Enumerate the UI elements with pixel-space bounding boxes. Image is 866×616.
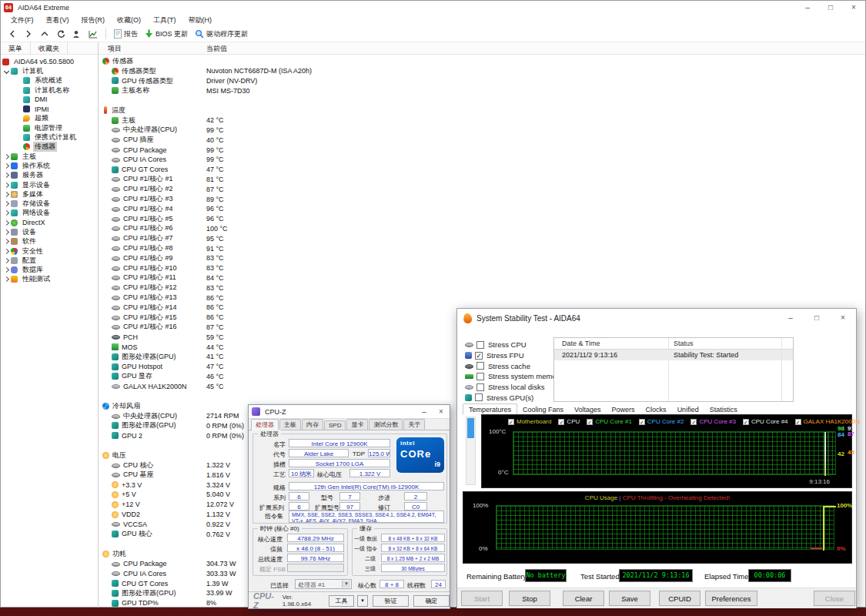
- report-button[interactable]: 报告: [112, 28, 140, 41]
- stress-checkbox[interactable]: [475, 352, 483, 360]
- tree-item[interactable]: 显示设备: [1, 180, 98, 189]
- menu-item[interactable]: 查看(V): [41, 15, 75, 26]
- maximize-icon[interactable]: □: [819, 1, 842, 15]
- close-icon[interactable]: ×: [433, 405, 450, 419]
- legend-item[interactable]: CPU Core #2: [639, 418, 684, 425]
- tree-expander-icon[interactable]: [2, 200, 11, 208]
- tree-item[interactable]: IPMI: [1, 104, 98, 113]
- sensor-row[interactable]: 传感器: [99, 56, 865, 66]
- tree-item[interactable]: 设备: [1, 227, 98, 236]
- stress-option[interactable]: Stress FPU: [465, 350, 563, 361]
- sst-button[interactable]: Start: [461, 591, 503, 606]
- sensor-row[interactable]: CPU #1/核心 #10 83 °C: [99, 263, 865, 273]
- up-button[interactable]: [38, 28, 52, 41]
- legend-item[interactable]: GALAX HA1K2000N: [795, 418, 860, 425]
- stress-checkbox[interactable]: [476, 373, 484, 380]
- sensor-row[interactable]: CPU #1/核心 #13 86 °C: [99, 293, 865, 303]
- tree-expander-icon[interactable]: [2, 219, 11, 226]
- menu-item[interactable]: 工具(T): [148, 15, 182, 26]
- stress-option[interactable]: Stress system memory: [465, 371, 563, 382]
- tree-item[interactable]: 计算机名称: [1, 85, 98, 95]
- sensor-row[interactable]: CPU #1/核心 #1 81 °C: [99, 175, 865, 185]
- sst-button[interactable]: Clear: [563, 591, 604, 606]
- sensor-row[interactable]: 中央处理器(CPU) 99 °C: [99, 126, 865, 136]
- sensor-row[interactable]: CPU #1/核心 #12 83 °C: [99, 283, 865, 293]
- sst-tab[interactable]: Clocks: [640, 404, 672, 414]
- menu-item[interactable]: 报告(R): [76, 15, 111, 26]
- legend-checkbox[interactable]: [558, 419, 564, 425]
- driver-update-button[interactable]: 驱动程序更新: [192, 28, 250, 41]
- minimize-icon[interactable]: –: [416, 405, 433, 419]
- cpuz-tab[interactable]: 测试分数: [369, 419, 403, 430]
- tools-button[interactable]: 工具: [329, 595, 354, 607]
- dropdown-arrow-icon[interactable]: ▼: [342, 581, 350, 588]
- sensor-row[interactable]: 主板名称 MSI MS-7D30: [99, 85, 865, 95]
- sensor-row[interactable]: CPU GT Cores 47 °C: [99, 165, 865, 175]
- minimize-icon[interactable]: –: [796, 1, 819, 15]
- graph-button[interactable]: [86, 28, 100, 41]
- processor-select[interactable]: 处理器 #1 ▼: [295, 579, 352, 589]
- tree-item[interactable]: 多媒体: [1, 189, 98, 199]
- menu-item[interactable]: 帮助(H): [183, 15, 218, 26]
- sidebar-tab-favorites[interactable]: 收藏夹: [31, 42, 68, 55]
- tree-expander-icon[interactable]: [2, 238, 11, 246]
- sst-tab[interactable]: Unified: [672, 404, 704, 414]
- tree-item[interactable]: 配置: [1, 256, 98, 265]
- tree-item[interactable]: 性能测试: [1, 275, 98, 284]
- tree-item[interactable]: 计算机: [1, 66, 98, 75]
- cpuz-tab[interactable]: 关于: [403, 419, 425, 430]
- cpuz-tab[interactable]: 显卡: [346, 419, 368, 430]
- sst-tab[interactable]: Voltages: [569, 404, 607, 414]
- tree-item[interactable]: 传感器: [1, 142, 98, 152]
- legend-item[interactable]: CPU Core #1: [587, 418, 632, 425]
- sst-tab[interactable]: Powers: [607, 404, 640, 414]
- sst-button[interactable]: Close: [814, 591, 855, 606]
- legend-item[interactable]: CPU: [558, 418, 580, 425]
- sensor-row[interactable]: CPU #1/核心 #2 87 °C: [99, 184, 865, 194]
- tree-item[interactable]: 系统概述: [1, 76, 98, 85]
- sensor-row[interactable]: CPU IA Cores 99 °C: [99, 155, 865, 165]
- tree-expander-icon[interactable]: [2, 190, 11, 198]
- stress-option[interactable]: Stress CPU: [465, 340, 563, 350]
- tree-expander-icon[interactable]: [2, 181, 11, 189]
- log-row[interactable]: 2021/11/2 9:13:16 Stability Test: Starte…: [554, 350, 793, 360]
- tree-item[interactable]: 超频: [1, 114, 98, 123]
- tree-expander-icon[interactable]: [2, 67, 11, 75]
- tools-dropdown-icon[interactable]: ▼: [357, 595, 368, 607]
- sst-tab[interactable]: Cooling Fans: [517, 404, 569, 414]
- legend-item[interactable]: Motherboard: [508, 418, 551, 425]
- cpuz-tab[interactable]: SPD: [324, 420, 346, 430]
- close-icon[interactable]: ×: [842, 1, 865, 15]
- tree-expander-icon[interactable]: [2, 209, 11, 217]
- ok-button[interactable]: 确定: [413, 595, 450, 607]
- sensor-row[interactable]: CPU #1/核心 #3 89 °C: [99, 194, 865, 204]
- sensor-row[interactable]: 传感器类型 Nuvoton NCT6687D-M (ISA A20h): [99, 66, 865, 76]
- tree-expander-icon[interactable]: [2, 152, 11, 160]
- sensor-row[interactable]: CPU #1/核心 #11 84 °C: [99, 273, 865, 283]
- tree-item[interactable]: AIDA64 v6.50.5800: [1, 57, 98, 66]
- sst-button[interactable]: Preferences: [705, 591, 757, 606]
- tree-item[interactable]: 网络设备: [1, 209, 98, 218]
- tree-item[interactable]: DirectX: [1, 218, 98, 227]
- column-header-value[interactable]: 当前值: [206, 44, 227, 54]
- stress-option[interactable]: Stress GPU(s): [465, 392, 563, 403]
- menu-item[interactable]: 收藏(O): [112, 15, 146, 26]
- tree-item[interactable]: 软件: [1, 237, 98, 246]
- refresh-button[interactable]: [54, 28, 68, 41]
- tree-item[interactable]: 电源管理: [1, 123, 98, 132]
- stress-option[interactable]: Stress cache: [465, 360, 563, 371]
- tree-expander-icon[interactable]: [2, 172, 11, 179]
- sensor-row[interactable]: CPU #1/核心 #7 95 °C: [99, 233, 865, 243]
- sensor-row[interactable]: CPU #1/核心 #6 100 °C: [99, 224, 865, 234]
- column-header-item[interactable]: 项目: [108, 44, 122, 54]
- tree-expander-icon[interactable]: [2, 162, 11, 169]
- log-header-status[interactable]: Status: [674, 340, 694, 347]
- legend-checkbox[interactable]: [743, 419, 749, 425]
- tree-expander-icon[interactable]: [2, 256, 11, 264]
- sensor-row[interactable]: GPU 传感器类型 Driver (NV-DRV): [99, 76, 865, 86]
- sst-tab[interactable]: Statistics: [704, 404, 743, 414]
- tree-item[interactable]: 主板: [1, 152, 98, 161]
- tree-item[interactable]: 存储设备: [1, 199, 98, 208]
- sensor-row[interactable]: CPU #1/核心 #5 96 °C: [99, 214, 865, 224]
- maximize-icon[interactable]: □: [804, 309, 830, 327]
